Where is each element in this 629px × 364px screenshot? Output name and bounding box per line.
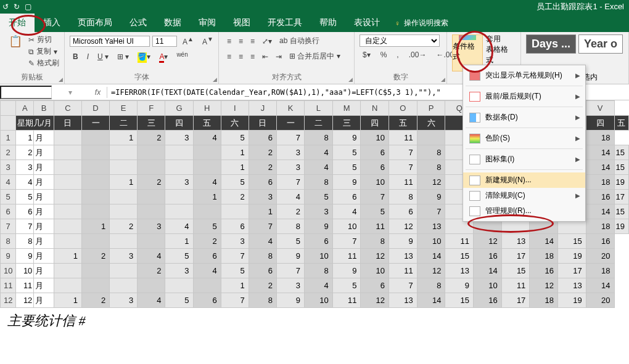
tab-view[interactable]: 视图: [224, 14, 259, 32]
day-cell[interactable]: 9: [389, 234, 417, 249]
day-cell[interactable]: [54, 160, 81, 175]
day-cell[interactable]: 15: [614, 204, 628, 219]
day-cell[interactable]: 7: [389, 145, 417, 160]
day-cell[interactable]: 1: [54, 293, 81, 308]
wrap-text-button[interactable]: ab 自动换行: [276, 34, 323, 47]
day-cell[interactable]: 5: [305, 190, 333, 204]
day-cell[interactable]: 5: [276, 234, 304, 249]
fill-color-button[interactable]: 🪣▾: [134, 51, 154, 62]
column-header[interactable]: I: [221, 101, 249, 116]
day-cell[interactable]: 10: [361, 131, 389, 145]
day-cell[interactable]: 3: [165, 131, 193, 145]
day-cell[interactable]: 13: [417, 219, 445, 234]
day-cell[interactable]: 12: [417, 264, 445, 278]
day-cell[interactable]: 3: [249, 190, 276, 204]
day-cell[interactable]: 8: [389, 190, 417, 204]
tab-help[interactable]: 帮助: [311, 14, 345, 32]
day-cell[interactable]: 6: [249, 131, 276, 145]
day-cell[interactable]: 4: [165, 219, 193, 234]
day-cell[interactable]: 9: [276, 293, 304, 308]
day-cell[interactable]: 7: [276, 131, 304, 145]
day-cell[interactable]: 8: [305, 175, 333, 190]
day-cell[interactable]: 6: [193, 249, 221, 264]
day-cell[interactable]: 8: [417, 278, 445, 293]
day-cell[interactable]: 16: [586, 234, 614, 249]
day-cell[interactable]: 6: [332, 190, 361, 204]
month-number-cell[interactable]: 9: [16, 249, 34, 264]
day-cell[interactable]: 13: [389, 249, 417, 264]
day-cell[interactable]: 7: [276, 264, 304, 278]
day-cell[interactable]: [165, 160, 193, 175]
day-cell[interactable]: [165, 278, 193, 293]
day-cell[interactable]: [417, 131, 445, 145]
day-cell[interactable]: 11: [332, 293, 361, 308]
day-cell[interactable]: [138, 190, 165, 204]
row-header[interactable]: 7: [1, 219, 16, 234]
format-painter-button[interactable]: ✎ 格式刷: [28, 58, 59, 68]
day-cell[interactable]: 2: [138, 175, 165, 190]
day-cell[interactable]: 13: [558, 278, 586, 293]
day-cell[interactable]: 12: [417, 175, 445, 190]
day-cell[interactable]: 6: [249, 175, 276, 190]
day-cell[interactable]: 1: [54, 249, 81, 264]
day-cell[interactable]: 2: [221, 190, 249, 204]
phonetic-button[interactable]: wén: [173, 50, 191, 63]
day-cell[interactable]: 14: [586, 278, 614, 293]
day-cell[interactable]: 20: [586, 293, 614, 308]
day-cell[interactable]: 4: [332, 204, 361, 219]
month-label-cell[interactable]: 月: [34, 219, 54, 234]
align-top-button[interactable]: ≡: [224, 36, 234, 47]
row-header[interactable]: [1, 116, 16, 131]
day-cell[interactable]: 11: [361, 219, 389, 234]
calendar-weekday-cell[interactable]: 日: [54, 116, 81, 131]
menu-top-bottom[interactable]: 最前/最后规则(T)▶: [463, 89, 585, 104]
day-cell[interactable]: [54, 264, 81, 278]
day-cell[interactable]: 6: [361, 160, 389, 175]
day-cell[interactable]: 1: [193, 190, 221, 204]
day-cell[interactable]: 5: [165, 249, 193, 264]
day-cell[interactable]: [193, 204, 221, 219]
calendar-weekday-cell[interactable]: 五: [193, 116, 221, 131]
day-cell[interactable]: 1: [81, 219, 109, 234]
day-cell[interactable]: 11: [501, 278, 530, 293]
day-cell[interactable]: 3: [276, 160, 304, 175]
align-bottom-button[interactable]: ≡: [247, 36, 258, 47]
day-cell[interactable]: [54, 219, 81, 234]
day-cell[interactable]: 6: [249, 264, 276, 278]
day-cell[interactable]: 13: [445, 264, 474, 278]
day-cell[interactable]: [138, 145, 165, 160]
redo-icon[interactable]: ↻: [14, 2, 20, 11]
day-cell[interactable]: 15: [614, 145, 628, 160]
day-cell[interactable]: 5: [165, 293, 193, 308]
day-cell[interactable]: 2: [81, 249, 109, 264]
tab-home[interactable]: 开始: [0, 14, 35, 32]
calendar-weekday-cell[interactable]: 六: [417, 116, 445, 131]
day-cell[interactable]: 4: [249, 234, 276, 249]
day-cell[interactable]: 4: [138, 249, 165, 264]
day-cell[interactable]: [193, 145, 221, 160]
tab-developer[interactable]: 开发工具: [259, 14, 311, 32]
day-cell[interactable]: 3: [138, 219, 165, 234]
day-cell[interactable]: 7: [221, 249, 249, 264]
day-cell[interactable]: 3: [221, 234, 249, 249]
day-cell[interactable]: 8: [305, 264, 333, 278]
day-cell[interactable]: 12: [530, 278, 558, 293]
day-cell[interactable]: 19: [558, 293, 586, 308]
calendar-weekday-cell[interactable]: 四: [165, 116, 193, 131]
tab-tabledesign[interactable]: 表设计: [345, 14, 388, 32]
day-cell[interactable]: [165, 145, 193, 160]
underline-button[interactable]: U ▾: [94, 51, 112, 62]
day-cell[interactable]: 4: [305, 278, 333, 293]
day-cell[interactable]: 14: [586, 145, 614, 160]
day-cell[interactable]: [110, 160, 138, 175]
row-header[interactable]: 6: [1, 204, 16, 219]
alignment-launcher-icon[interactable]: ◢: [348, 76, 353, 83]
font-launcher-icon[interactable]: ◢: [213, 76, 217, 83]
align-middle-button[interactable]: ≡: [236, 36, 246, 47]
calendar-weekday-cell[interactable]: 一: [276, 116, 304, 131]
month-label-cell[interactable]: 月: [34, 145, 54, 160]
calendar-weekday-cell[interactable]: 四: [361, 116, 389, 131]
day-cell[interactable]: 6: [361, 145, 389, 160]
day-cell[interactable]: [110, 204, 138, 219]
column-header[interactable]: B: [34, 101, 54, 116]
